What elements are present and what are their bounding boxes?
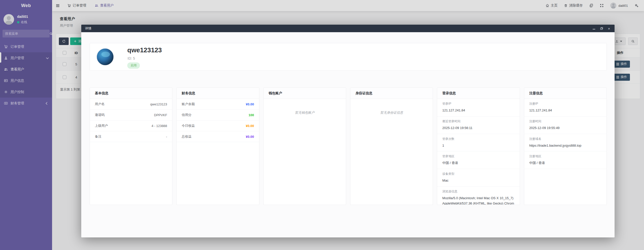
register-region: 中国 / 香港 — [529, 160, 601, 166]
maximize-icon[interactable] — [600, 27, 603, 30]
card-title: 注册信息 — [524, 88, 607, 99]
wallet-card: 钱包账户 暂无钱包账户 — [263, 88, 346, 205]
card-title: 基本信息 — [90, 88, 172, 99]
login-ip: 121.127.241.84 — [442, 108, 514, 113]
register-domain: https://trade1.backend.jysjys888.top — [529, 143, 601, 148]
device-type: Mac — [442, 178, 514, 183]
idcard-card: 身份证信息 暂无身份证信息 — [350, 88, 433, 205]
detail-modal: 详情 × qwe123123 ID: 5 启用 基本信息 用户名qwe12312… — [81, 25, 615, 237]
card-title: 钱包账户 — [264, 88, 346, 99]
status-badge: 启用 — [127, 62, 140, 69]
modal-title: 详情 — [85, 26, 91, 31]
modal-body: qwe123123 ID: 5 启用 基本信息 用户名qwe123123 邀请码… — [81, 32, 615, 237]
account-balance: ¥0.00 — [246, 102, 254, 106]
last-login-time: 2025-12-09 19:56:11 — [442, 126, 514, 131]
today-earnings: ¥0.00 — [246, 124, 254, 128]
finance-info-card: 财务信息 账户余额¥0.00 信用分100 今日收益¥0.00 总收益¥0.00 — [176, 88, 259, 205]
card-title: 身份证信息 — [350, 88, 433, 99]
browser-info: Mozilla/5.0 (Macintosh; Intel Mac OS X 1… — [442, 196, 514, 205]
register-time: 2025-12-09 19:55:49 — [529, 126, 601, 131]
close-icon[interactable]: × — [607, 27, 611, 30]
login-info-card: 登录信息 登录IP121.127.241.84 最近登录时间2025-12-09… — [437, 88, 520, 205]
basic-info-card: 基本信息 用户名qwe123123 邀请码DPPVKF 上级用户4 - 1238… — [90, 88, 172, 205]
modal-titlebar[interactable]: 详情 × — [81, 25, 615, 32]
user-profile-panel: qwe123123 ID: 5 启用 — [90, 43, 607, 71]
user-name: qwe123123 — [127, 46, 162, 54]
total-earnings: ¥0.00 — [246, 135, 254, 139]
empty-placeholder: 暂无钱包账户 — [264, 99, 346, 115]
credit-score: 100 — [249, 113, 254, 117]
card-title: 财务信息 — [177, 88, 259, 99]
register-ip: 121.127.241.84 — [529, 108, 601, 113]
user-avatar — [96, 48, 114, 66]
empty-placeholder: 暂无身份证信息 — [350, 99, 433, 115]
register-info-card: 注册信息 注册IP121.127.241.84 注册时间2025-12-09 1… — [524, 88, 607, 205]
login-region: 中国 / 香港 — [442, 160, 514, 166]
minimize-icon[interactable] — [592, 27, 596, 30]
card-title: 登录信息 — [437, 88, 519, 99]
login-count: 1 — [442, 143, 514, 148]
user-id: ID: 5 — [128, 56, 135, 60]
